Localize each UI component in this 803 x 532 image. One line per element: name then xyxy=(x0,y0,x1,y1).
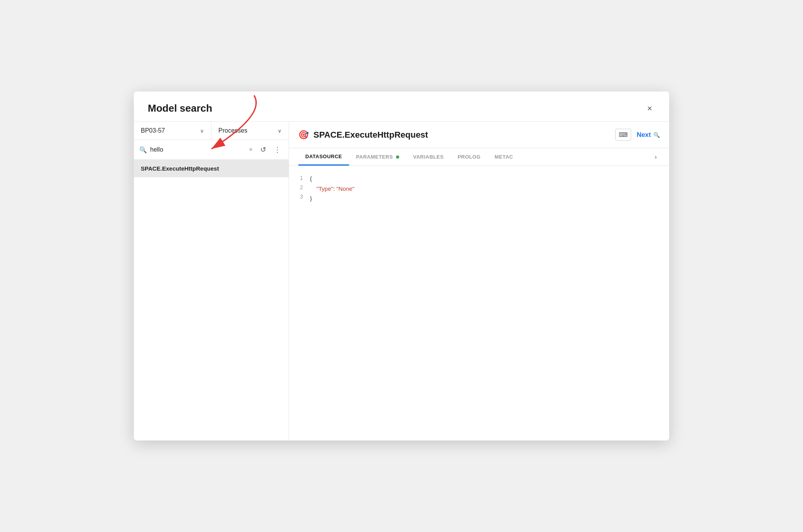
clear-search-button[interactable]: × xyxy=(247,145,255,154)
tabs-row: DATASOURCE PARAMETERS VARIABLES PROLOG M… xyxy=(289,148,669,166)
target-icon: 🎯 xyxy=(298,130,309,140)
type-dropdown[interactable]: Processes ∨ xyxy=(211,122,289,140)
left-panel: BP03-57 ∨ Processes ∨ 🔍 × ↺ ⋮ SPACE.Ex xyxy=(134,122,289,440)
line-numbers: 1 2 3 xyxy=(298,174,310,433)
model-search-dialog: Model search × BP03-57 ∨ Processes ∨ 🔍 xyxy=(134,92,669,440)
chevron-down-icon-2: ∨ xyxy=(278,128,282,134)
next-search-icon: 🔍 xyxy=(653,132,660,138)
code-content: { "Type": "None" } xyxy=(310,174,660,433)
dialog-title: Model search xyxy=(148,102,212,114)
dialog-body: BP03-57 ∨ Processes ∨ 🔍 × ↺ ⋮ SPACE.Ex xyxy=(134,121,669,440)
tab-metac[interactable]: METAC xyxy=(488,149,520,165)
more-options-button[interactable]: ⋮ xyxy=(272,144,283,155)
right-panel-header: 🎯 SPACE.ExecuteHttpRequest ⌨ Next 🔍 xyxy=(289,122,669,148)
search-icon: 🔍 xyxy=(139,146,147,154)
line-number-1: 1 xyxy=(298,174,303,183)
code-editor-area: 1 2 3 { "Type": "None" } xyxy=(289,166,669,440)
right-actions: ⌨ Next 🔍 xyxy=(615,129,660,141)
search-input[interactable] xyxy=(150,146,244,153)
list-item[interactable]: SPACE.ExecuteHttpRequest xyxy=(134,160,289,177)
parameters-status-dot xyxy=(396,155,399,159)
right-title-group: 🎯 SPACE.ExecuteHttpRequest xyxy=(298,130,428,140)
refresh-button[interactable]: ↺ xyxy=(258,144,268,155)
line-number-2: 2 xyxy=(298,183,303,192)
filter-row: BP03-57 ∨ Processes ∨ xyxy=(134,122,289,140)
code-line-1: { xyxy=(310,174,660,184)
process-dropdown[interactable]: BP03-57 ∨ xyxy=(134,122,211,140)
search-row: 🔍 × ↺ ⋮ xyxy=(134,140,289,160)
close-button[interactable]: × xyxy=(644,103,655,114)
code-line-2: "Type": "None" xyxy=(310,184,660,194)
tabs-scroll-right-button[interactable]: › xyxy=(652,152,660,162)
tab-prolog[interactable]: PROLOG xyxy=(451,149,488,165)
code-line-3: } xyxy=(310,193,660,204)
line-number-3: 3 xyxy=(298,192,303,202)
process-dropdown-label: BP03-57 xyxy=(141,127,165,134)
keyboard-button[interactable]: ⌨ xyxy=(615,129,631,141)
type-dropdown-label: Processes xyxy=(218,127,247,134)
right-panel: 🎯 SPACE.ExecuteHttpRequest ⌨ Next 🔍 DATA… xyxy=(289,122,669,440)
chevron-down-icon: ∨ xyxy=(200,128,204,134)
json-value: "None" xyxy=(336,185,355,192)
tab-variables[interactable]: VARIABLES xyxy=(406,149,451,165)
right-panel-title: SPACE.ExecuteHttpRequest xyxy=(313,130,428,140)
dialog-header: Model search × xyxy=(134,92,669,121)
json-key: "Type" xyxy=(317,185,333,192)
next-button[interactable]: Next 🔍 xyxy=(637,131,660,139)
tab-parameters[interactable]: PARAMETERS xyxy=(349,149,406,165)
tab-datasource[interactable]: DATASOURCE xyxy=(298,148,349,166)
search-results-list: SPACE.ExecuteHttpRequest xyxy=(134,160,289,440)
